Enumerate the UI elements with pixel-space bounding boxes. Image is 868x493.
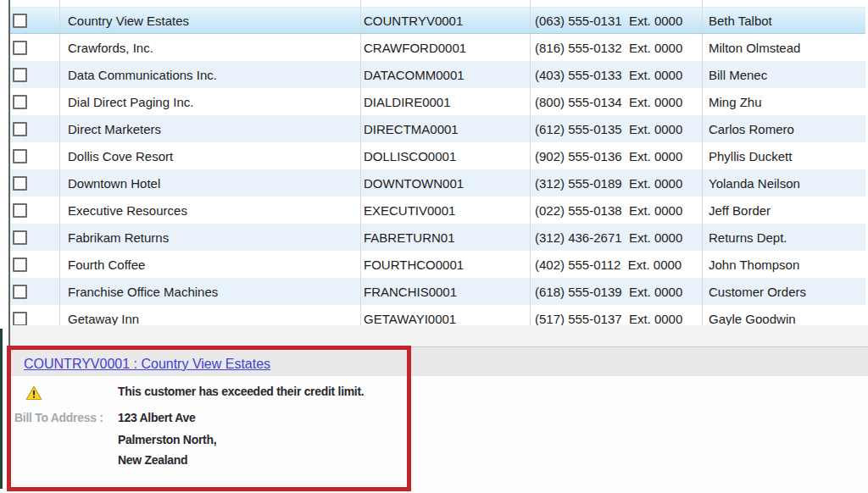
customer-name: Direct Marketers: [68, 122, 161, 136]
customer-name: Dollis Cove Resort: [68, 149, 173, 163]
customer-id-cell: FRANCHIS0001: [361, 278, 531, 305]
customer-phone: (816) 555-0132 Ext. 0000: [535, 41, 682, 55]
customer-contact-cell: Carlos Romero: [703, 115, 865, 142]
table-bottom-gap: [10, 325, 868, 346]
table-row[interactable]: Direct Marketers DIRECTMA0001 (612) 555-…: [10, 115, 865, 142]
customer-id: DIALDIRE0001: [364, 95, 451, 109]
left-edge-line: [0, 329, 3, 489]
customer-name: Crawfords, Inc.: [68, 41, 153, 55]
row-checkbox-cell: [10, 61, 60, 88]
row-checkbox-cell: [10, 115, 60, 142]
customer-contact: Phyllis Duckett: [709, 149, 792, 163]
table-row[interactable]: Downtown Hotel DOWNTOWN001 (312) 555-018…: [10, 169, 865, 197]
customer-phone: (402) 555-0112 Ext. 0000: [535, 258, 682, 272]
row-checkbox[interactable]: [13, 14, 27, 28]
customer-preview-link[interactable]: COUNTRYV0001 : Country View Estates: [24, 357, 270, 372]
customer-name-cell: Dollis Cove Resort: [60, 142, 361, 169]
customer-contact: Gayle Goodwin: [709, 312, 796, 326]
customer-contact-cell: Jeff Border: [703, 197, 865, 224]
customer-phone-cell: (800) 555-0134 Ext. 0000: [531, 88, 703, 115]
customer-id-cell: FOURTHCO0001: [361, 251, 531, 278]
address-line-3: New Zealand: [118, 453, 187, 467]
customer-phone: (902) 555-0136 Ext. 0000: [535, 149, 682, 163]
header-sliver-id-col: [361, 0, 531, 7]
column-header-sliver: [10, 0, 865, 7]
customer-lookup-screen: Country View Estates COUNTRYV0001 (063) …: [0, 0, 868, 493]
customer-id-cell: EXECUTIV0001: [361, 197, 531, 224]
row-checkbox-cell: [10, 169, 60, 197]
table-row[interactable]: Fourth Coffee FOURTHCO0001 (402) 555-011…: [10, 251, 865, 278]
customer-id-cell: COUNTRYV0001: [361, 8, 531, 33]
customer-contact: Bill Menec: [709, 68, 767, 82]
header-sliver-contact-col: [703, 0, 865, 7]
customer-name-cell: Country View Estates: [60, 8, 361, 33]
customer-contact: Milton Olmstead: [709, 41, 800, 55]
table-row[interactable]: Data Communications Inc. DATACOMM0001 (4…: [10, 61, 865, 88]
customer-phone: (612) 555-0135 Ext. 0000: [535, 122, 682, 136]
customer-id-cell: DATACOMM0001: [361, 61, 531, 88]
row-checkbox[interactable]: [13, 122, 27, 136]
customer-phone-cell: (312) 555-0189 Ext. 0000: [531, 169, 703, 197]
table-row[interactable]: Fabrikam Returns FABRETURN01 (312) 436-2…: [10, 224, 865, 251]
customer-name: Data Communications Inc.: [68, 68, 217, 82]
customer-phone: (517) 555-0137 Ext. 0000: [535, 312, 682, 326]
row-checkbox[interactable]: [13, 230, 27, 245]
header-sliver-checkbox-col: [10, 0, 60, 7]
customer-contact: John Thompson: [709, 258, 799, 272]
row-checkbox[interactable]: [13, 285, 27, 299]
customer-name: Country View Estates: [68, 14, 189, 28]
customer-id: DOLLISCO0001: [364, 149, 456, 163]
customer-phone-cell: (063) 555-0131 Ext. 0000: [531, 8, 703, 33]
row-checkbox[interactable]: [13, 68, 27, 82]
customer-phone-cell: (517) 555-0137 Ext. 0000: [531, 305, 703, 326]
table-row[interactable]: Country View Estates COUNTRYV0001 (063) …: [10, 7, 865, 34]
row-checkbox-cell: [10, 8, 60, 33]
header-sliver-name-col: [60, 0, 361, 7]
customer-phone-cell: (816) 555-0132 Ext. 0000: [531, 34, 703, 61]
customer-name-cell: Getaway Inn: [60, 305, 361, 326]
customer-id-cell: DIALDIRE0001: [361, 88, 531, 115]
customer-name-cell: Fabrikam Returns: [60, 224, 361, 251]
customer-name-cell: Data Communications Inc.: [60, 61, 361, 88]
customer-phone: (800) 555-0134 Ext. 0000: [535, 95, 682, 109]
row-checkbox-cell: [10, 88, 60, 115]
customer-id-cell: DIRECTMA0001: [361, 115, 531, 142]
table-row[interactable]: Dial Direct Paging Inc. DIALDIRE0001 (80…: [10, 88, 865, 115]
row-checkbox-cell: [10, 197, 60, 224]
row-checkbox[interactable]: [13, 312, 27, 326]
row-checkbox[interactable]: [13, 203, 27, 218]
table-row[interactable]: Executive Resources EXECUTIV0001 (022) 5…: [10, 197, 865, 224]
row-checkbox-cell: [10, 224, 60, 251]
customer-id: FOURTHCO0001: [364, 258, 464, 272]
customer-name: Executive Resources: [68, 203, 187, 218]
row-checkbox[interactable]: [13, 41, 27, 55]
customer-name-cell: Fourth Coffee: [60, 251, 361, 278]
customer-phone-cell: (618) 555-0139 Ext. 0000: [531, 278, 703, 305]
row-checkbox[interactable]: [13, 258, 27, 272]
customer-contact-cell: Gayle Goodwin: [703, 305, 865, 326]
row-checkbox[interactable]: [13, 149, 27, 163]
table-row[interactable]: Franchise Office Machines FRANCHIS0001 (…: [10, 278, 865, 305]
customer-id-cell: DOWNTOWN001: [361, 169, 531, 197]
row-checkbox[interactable]: [13, 176, 27, 191]
row-checkbox-cell: [10, 278, 60, 305]
customer-phone-cell: (022) 555-0138 Ext. 0000: [531, 197, 703, 224]
customer-id: CRAWFORD0001: [364, 41, 466, 55]
row-checkbox[interactable]: [13, 95, 27, 109]
row-checkbox-cell: [10, 34, 60, 61]
customer-contact-cell: Milton Olmstead: [703, 34, 865, 61]
header-sliver-phone-col: [531, 0, 703, 7]
customer-phone: (403) 555-0133 Ext. 0000: [535, 68, 682, 82]
customer-phone: (022) 555-0138 Ext. 0000: [535, 203, 682, 218]
customer-contact: Ming Zhu: [709, 95, 762, 109]
table-row[interactable]: Crawfords, Inc. CRAWFORD0001 (816) 555-0…: [10, 34, 865, 61]
customer-phone: (312) 436-2671 Ext. 0000: [535, 230, 682, 245]
table-row[interactable]: Getaway Inn GETAWAYI0001 (517) 555-0137 …: [10, 305, 865, 326]
customer-name-cell: Franchise Office Machines: [60, 278, 361, 305]
customer-contact-cell: Returns Dept.: [703, 224, 865, 251]
customer-phone-cell: (902) 555-0136 Ext. 0000: [531, 142, 703, 169]
credit-limit-warning-text: This customer has exceeded their credit …: [118, 385, 364, 398]
table-row[interactable]: Dollis Cove Resort DOLLISCO0001 (902) 55…: [10, 142, 865, 169]
customer-contact: Yolanda Neilson: [709, 176, 800, 191]
customer-id-cell: DOLLISCO0001: [361, 142, 531, 169]
